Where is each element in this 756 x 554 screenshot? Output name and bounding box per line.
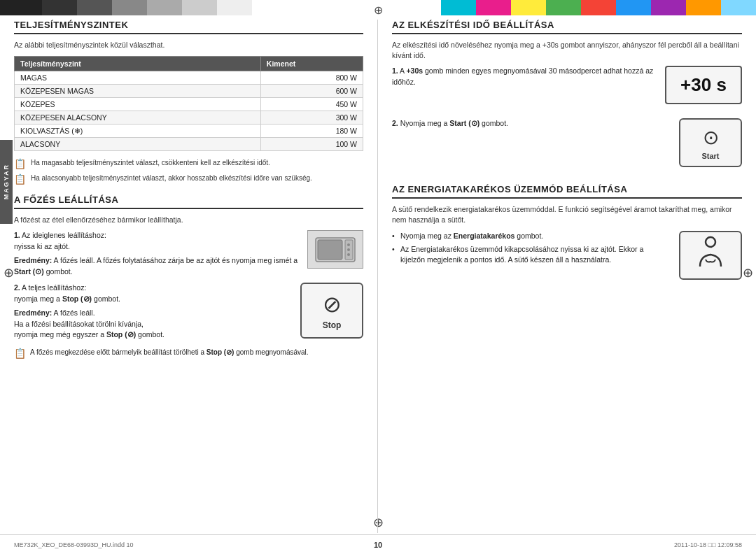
section-elkeszitesi: AZ ELKÉSZÍTÉSI IDŐ BEÁLLÍTÁSA Az elkészí…: [392, 20, 742, 174]
sidebar-tab: MAGYAR: [0, 140, 13, 224]
table-row: KÖZEPESEN ALACSONY: [15, 111, 261, 124]
reg-mark-right: ⊕: [741, 266, 755, 280]
reg-mark-left: ⊕: [1, 266, 15, 280]
step1-num: 1.: [14, 231, 20, 239]
energy-content-block: Nyomja meg az Energiatakarékos gombot. A…: [392, 231, 742, 287]
svg-point-5: [347, 253, 350, 256]
section-title-teljesitmeny: TELJESÍTMÉNYSZINTEK: [14, 20, 363, 34]
footnote-text: A főzés megkezdése előtt bármelyik beáll…: [30, 348, 309, 357]
stop-button-display: ⊘ Stop: [300, 283, 363, 339]
table-row: KIOLVASZTÁS (❄): [15, 124, 261, 137]
footer: ME732K_XEO_DE68-03993D_HU.indd 10 10 201…: [0, 534, 756, 554]
note-box-2: 📋 Ha alacsonyabb teljesítményszintet vál…: [14, 173, 363, 185]
right-step2-block: ⊙ Start 2. Nyomja meg a Start (⊙) gombot…: [392, 118, 742, 174]
main-content: TELJESÍTMÉNYSZINTEK Az alábbi teljesítmé…: [14, 20, 742, 533]
section-teljesitmeny: TELJESÍTMÉNYSZINTEK Az alábbi teljesítmé…: [14, 20, 363, 185]
table-header-output: Kimenet: [260, 56, 363, 71]
svg-rect-1: [318, 240, 342, 260]
table-row: ALACSONY: [15, 137, 261, 150]
sidebar-label: MAGYAR: [3, 164, 10, 199]
start-button-display: ⊙ Start: [679, 118, 742, 167]
table-row: MAGAS: [15, 71, 261, 84]
start-label: Start: [701, 152, 719, 160]
subtitle-teljesitmeny: Az alábbi teljesítményszintek közül vála…: [14, 40, 363, 50]
step1-block: 1. Az ideiglenes leállításhoz:nyissa ki …: [14, 230, 363, 277]
right-step1-block: +30 s 1. A +30s gomb minden egyes megnyo…: [392, 66, 742, 111]
performance-table: Teljesítményszint Kimenet MAGAS800 WKÖZE…: [14, 56, 363, 151]
table-row: KÖZEPES: [15, 97, 261, 111]
table-row: 600 W: [260, 84, 363, 97]
section-fozes: A FŐZÉS LEÁLLÍTÁSA A főzést az étel elle…: [14, 194, 363, 360]
step2-num: 2.: [14, 283, 20, 292]
note-box-1: 📋 Ha magasabb teljesítményszintet válasz…: [14, 158, 363, 169]
note-text-1: Ha magasabb teljesítményszintet választ,…: [31, 158, 270, 168]
section-title-elkeszitesi: AZ ELKÉSZÍTÉSI IDŐ BEÁLLÍTÁSA: [392, 20, 742, 34]
page-number: 10: [374, 541, 382, 549]
plus30-display: +30 s: [665, 66, 742, 104]
footer-left: ME732K_XEO_DE68-03993D_HU.indd 10: [14, 541, 134, 548]
stop-icon: ⊘: [323, 291, 342, 318]
table-row: 300 W: [260, 111, 363, 124]
table-row: KÖZEPESEN MAGAS: [15, 84, 261, 97]
note-icon-2: 📋: [14, 173, 27, 185]
footnote-block: 📋 A főzés megkezdése előtt bármelyik beá…: [14, 348, 363, 359]
left-column: TELJESÍTMÉNYSZINTEK Az alábbi teljesítmé…: [14, 20, 378, 533]
reg-mark-top: ⊕: [371, 3, 385, 17]
note-icon-1: 📋: [14, 158, 27, 169]
result2-label: Eredmény:: [14, 308, 52, 317]
note-text-2: Ha alacsonyabb teljesítményszintet válas…: [31, 173, 312, 183]
energy-bullet-1: Nyomja meg az Energiatakarékos gombot.: [392, 231, 742, 241]
footnote-icon: 📋: [14, 348, 26, 359]
table-header-level: Teljesítményszint: [15, 56, 261, 71]
plus30-text: +30 s: [680, 74, 727, 96]
subtitle-energiatakarekos: A sütő rendelkezik energiatakarékos üzem…: [392, 204, 742, 225]
section-title-energiatakarekos: AZ ENERGIATAKARÉKOS ÜZEMMÓD BEÁLLÍTÁSA: [392, 184, 742, 199]
result1-label: Eredmény:: [14, 256, 52, 264]
table-row: 100 W: [260, 137, 363, 150]
table-row: 800 W: [260, 71, 363, 84]
subtitle-elkeszitesi: Az elkészítési idő növeléséhez nyomja me…: [392, 40, 742, 60]
svg-point-3: [347, 243, 350, 246]
table-row: 450 W: [260, 97, 363, 111]
section-title-fozes: A FŐZÉS LEÁLLÍTÁSA: [14, 194, 363, 209]
microwave-image: [307, 230, 363, 269]
footer-right: 2011-10-18 □□ 12:09:58: [674, 541, 742, 548]
subtitle-fozes: A főzést az étel ellenőrzéséhez bármikor…: [14, 215, 363, 225]
svg-point-4: [347, 248, 350, 251]
step2-block: ⊘ Stop 2. A teljes leállításhoz:nyomja m…: [14, 283, 363, 342]
section-energiatakarekos: AZ ENERGIATAKARÉKOS ÜZEMMÓD BEÁLLÍTÁSA A…: [392, 184, 742, 286]
table-row: 180 W: [260, 124, 363, 137]
stop-label: Stop: [323, 320, 342, 330]
energy-bullet-2: Az Energiatakarékos üzemmód kikapcsolásá…: [392, 244, 742, 264]
energy-bullet-list: Nyomja meg az Energiatakarékos gombot. A…: [392, 231, 742, 265]
right-column: AZ ELKÉSZÍTÉSI IDŐ BEÁLLÍTÁSA Az elkészí…: [378, 20, 742, 533]
start-icon: ⊙: [703, 126, 719, 149]
